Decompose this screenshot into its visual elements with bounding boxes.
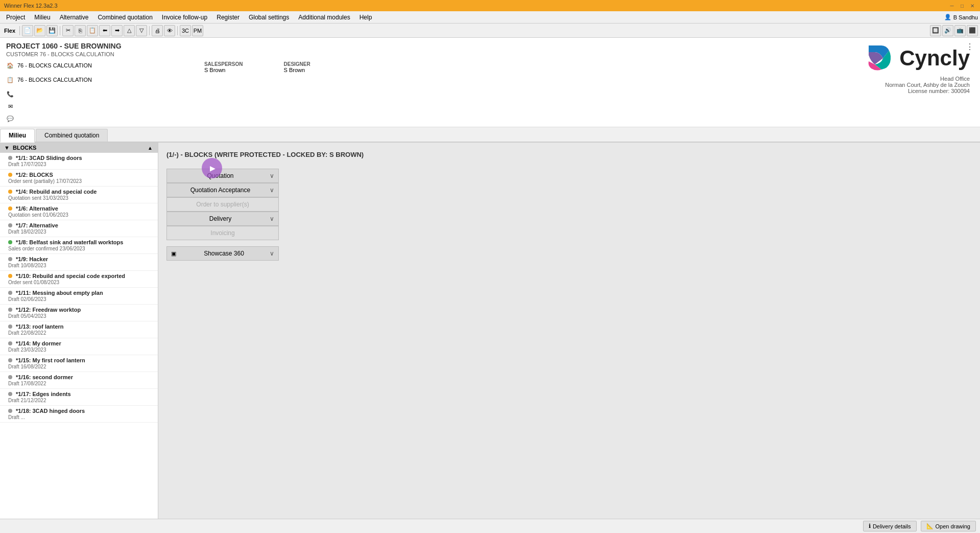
loading-spinner xyxy=(202,158,222,178)
copy-button[interactable]: ⎘ xyxy=(75,25,86,36)
workflow-quotation-acceptance[interactable]: Quotation Acceptance ∨ xyxy=(166,183,279,197)
tb-right-btn-3[interactable]: 📺 xyxy=(954,25,966,36)
print-button[interactable]: 🖨 xyxy=(152,25,163,36)
content-area: (1/-) - BLOCKS (WRITE PROTECTED - LOCKED… xyxy=(158,143,980,533)
maximize-button[interactable]: □ xyxy=(959,2,966,9)
close-button[interactable]: ✕ xyxy=(969,2,976,9)
list-item[interactable]: *1/4: Rebuild and special code Quotation… xyxy=(0,187,158,203)
milieu-label: 76 - BLOCKS CALCULATION xyxy=(17,62,92,68)
main-layout: ▼ BLOCKS ▲ *1/1: 3CAD Sliding doors Draf… xyxy=(0,143,980,533)
email-icon: ✉ xyxy=(6,102,14,110)
code2-button[interactable]: PM xyxy=(192,25,203,36)
chevron-down-icon: ∨ xyxy=(270,215,274,222)
comment-icon: 💬 xyxy=(6,114,14,123)
item-subtitle: Quotation sent 01/06/2023 xyxy=(8,212,154,218)
toolbar-sep-2 xyxy=(60,26,60,35)
save-button[interactable]: 💾 xyxy=(46,25,58,36)
menu-combined-quotation[interactable]: Combined quotation xyxy=(93,13,156,22)
item-subtitle: Draft 16/08/2022 xyxy=(8,364,154,369)
tb-right-btn-4[interactable]: ⬛ xyxy=(967,25,978,36)
delivery-details-button[interactable]: ℹ Delivery details xyxy=(863,521,917,531)
paste-button[interactable]: 📋 xyxy=(87,25,98,36)
menu-additional-modules[interactable]: Additional modules xyxy=(294,13,354,22)
list-item[interactable]: *1/13: roof lantern Draft 22/08/2022 xyxy=(0,321,158,338)
drawing-icon: 📐 xyxy=(926,523,934,529)
list-item[interactable]: *1/8: Belfast sink and waterfall worktop… xyxy=(0,237,158,254)
list-item[interactable]: *1/12: Freedraw worktop Draft 05/04/2023 xyxy=(0,305,158,321)
item-subtitle: Order sent 01/08/2023 xyxy=(8,280,154,285)
project-header: PROJECT 1060 - SUE BROWNING CUSTOMER 76 … xyxy=(0,38,980,127)
list-item[interactable]: *1/17: Edges indents Draft 21/12/2022 xyxy=(0,389,158,406)
open-button[interactable]: 📂 xyxy=(34,25,45,36)
status-dot xyxy=(8,223,12,227)
collapse-icon[interactable]: ▼ xyxy=(4,145,10,151)
item-title: *1/6: Alternative xyxy=(8,205,154,212)
item-title: *1/13: roof lantern xyxy=(8,323,154,330)
list-item[interactable]: *1/6: Alternative Quotation sent 01/06/2… xyxy=(0,203,158,220)
item-title: *1/1: 3CAD Sliding doors xyxy=(8,155,154,161)
status-dot xyxy=(8,341,12,345)
status-dot xyxy=(8,173,12,177)
sidebar-scroll-button[interactable]: ▲ xyxy=(147,145,154,151)
showcase-icon: ▣ xyxy=(171,250,176,257)
user-name: B Sandhu xyxy=(953,14,978,20)
open-drawing-button[interactable]: 📐 Open drawing xyxy=(921,521,976,531)
list-item[interactable]: *1/10: Rebuild and special code exported… xyxy=(0,271,158,288)
menu-global-settings[interactable]: Global settings xyxy=(245,13,293,22)
bottom-bar: ℹ Delivery details 📐 Open drawing xyxy=(0,519,980,533)
user-icon: 👤 xyxy=(944,14,951,20)
open-drawing-label: Open drawing xyxy=(936,523,971,529)
menu-register[interactable]: Register xyxy=(212,13,244,22)
logo-area: Cyncly Head Office Norman Court, Ashby d… xyxy=(864,43,970,94)
logo-text: Cyncly xyxy=(899,46,970,71)
tb-right-btn-2[interactable]: 🔊 xyxy=(942,25,953,36)
title-bar: Winner Flex 12.3a2.3 ─ □ ✕ xyxy=(0,0,980,11)
drawing-label: 76 - BLOCKS CALCULATION xyxy=(17,77,92,83)
tab-milieu[interactable]: Milieu xyxy=(0,129,35,143)
item-subtitle: Draft ... xyxy=(8,414,154,420)
salesperson-block: SALESPERSON S Brown xyxy=(204,61,243,73)
list-item[interactable]: *1/9: Hacker Draft 10/08/2023 xyxy=(0,254,158,271)
showcase-label: Showcase 360 xyxy=(178,250,270,257)
workflow-quotation[interactable]: Quotation ∨ xyxy=(166,169,279,183)
list-item[interactable]: *1/14: My dormer Draft 23/03/2023 xyxy=(0,338,158,355)
workflow-label: Invoicing xyxy=(171,229,274,237)
chevron-down-icon: ∨ xyxy=(270,172,274,179)
showcase-row[interactable]: ▣ Showcase 360 ∨ xyxy=(166,246,279,261)
status-dot xyxy=(8,257,12,261)
tb-right-btn-1[interactable]: 🔲 xyxy=(930,25,941,36)
menu-invoice-followup[interactable]: Invoice follow-up xyxy=(158,13,211,22)
tb-btn-6[interactable]: △ xyxy=(124,25,135,36)
list-item[interactable]: *1/16: second dormer Draft 17/08/2022 xyxy=(0,372,158,389)
new-button[interactable]: 📄 xyxy=(22,25,33,36)
cut-button[interactable]: ✂ xyxy=(62,25,74,36)
cyncly-logo-icon xyxy=(864,43,894,74)
tb-btn-4[interactable]: ⬅ xyxy=(99,25,110,36)
workflow-delivery[interactable]: Delivery ∨ xyxy=(166,212,279,226)
tb-btn-5[interactable]: ➡ xyxy=(111,25,123,36)
workflow-order-supplier: Order to supplier(s) xyxy=(166,197,279,212)
tab-combined-quotation[interactable]: Combined quotation xyxy=(36,129,108,142)
code1-button[interactable]: 3C xyxy=(180,25,191,36)
preview-button[interactable]: 👁 xyxy=(164,25,175,36)
item-title: *1/17: Edges indents xyxy=(8,391,154,397)
list-item[interactable]: *1/1: 3CAD Sliding doors Draft 17/07/202… xyxy=(0,153,158,170)
info-icon: ℹ xyxy=(869,523,871,529)
list-item[interactable]: *1/7: Alternative Draft 18/02/2023 xyxy=(0,220,158,237)
menu-milieu[interactable]: Milieu xyxy=(30,13,54,22)
list-item[interactable]: *1/15: My first roof lantern Draft 16/08… xyxy=(0,355,158,372)
list-item[interactable]: *1/18: 3CAD hinged doors Draft ... xyxy=(0,406,158,423)
item-title: *1/10: Rebuild and special code exported xyxy=(8,273,154,279)
sidebar: ▼ BLOCKS ▲ *1/1: 3CAD Sliding doors Draf… xyxy=(0,143,158,533)
menu-project[interactable]: Project xyxy=(2,13,29,22)
list-item[interactable]: *1/11: Messing about empty plan Draft 02… xyxy=(0,288,158,305)
list-item[interactable]: *1/2: BLOCKS Order sent (partially) 17/0… xyxy=(0,170,158,187)
tabs-bar: Milieu Combined quotation xyxy=(0,127,980,143)
minimize-button[interactable]: ─ xyxy=(948,2,955,9)
menu-alternative[interactable]: Alternative xyxy=(56,13,93,22)
tb-btn-7[interactable]: ▽ xyxy=(136,25,147,36)
status-dot xyxy=(8,156,12,160)
menu-help[interactable]: Help xyxy=(355,13,376,22)
workflow-invoicing: Invoicing xyxy=(166,226,279,240)
status-dot xyxy=(8,291,12,295)
